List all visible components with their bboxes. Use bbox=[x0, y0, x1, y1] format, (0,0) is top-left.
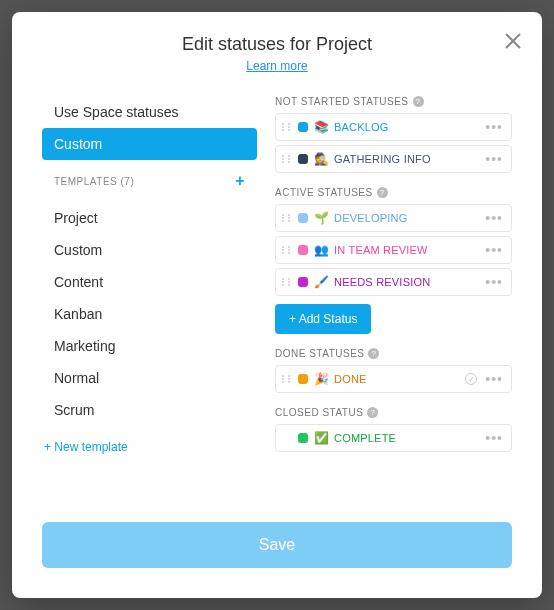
sidebar-item-template[interactable]: Project bbox=[42, 202, 257, 234]
status-name: DEVELOPING bbox=[334, 212, 483, 224]
status-emoji: 👥 bbox=[314, 243, 329, 257]
more-options-icon[interactable]: ••• bbox=[483, 155, 505, 163]
status-color-swatch[interactable] bbox=[298, 213, 308, 223]
status-row[interactable]: 🕵️GATHERING INFO••• bbox=[275, 145, 512, 173]
status-row[interactable]: 👥IN TEAM REVIEW••• bbox=[275, 236, 512, 264]
status-row[interactable]: 🌱DEVELOPING••• bbox=[275, 204, 512, 232]
sidebar-item-label: Project bbox=[54, 210, 98, 226]
sidebar-item-template[interactable]: Marketing bbox=[42, 330, 257, 362]
status-name: GATHERING INFO bbox=[334, 153, 483, 165]
status-editor: NOT STARTED STATUSES ? 📚BACKLOG•••🕵️GATH… bbox=[275, 96, 512, 500]
help-icon[interactable]: ? bbox=[368, 348, 379, 359]
sidebar-item-template[interactable]: Custom bbox=[42, 234, 257, 266]
more-options-icon[interactable]: ••• bbox=[483, 278, 505, 286]
status-emoji: 🕵️ bbox=[314, 152, 329, 166]
sidebar: Use Space statuses Custom TEMPLATES (7) … bbox=[42, 96, 257, 500]
status-color-swatch[interactable] bbox=[298, 245, 308, 255]
more-options-icon[interactable]: ••• bbox=[483, 123, 505, 131]
sidebar-item-label: Custom bbox=[54, 242, 102, 258]
add-status-button[interactable]: + Add Status bbox=[275, 304, 371, 334]
status-color-swatch[interactable] bbox=[298, 277, 308, 287]
add-template-icon[interactable]: + bbox=[235, 172, 245, 190]
status-name: COMPLETE bbox=[334, 432, 483, 444]
status-emoji: 🖌️ bbox=[314, 275, 329, 289]
drag-handle-icon[interactable] bbox=[282, 155, 292, 163]
status-emoji: 🎉 bbox=[314, 372, 329, 386]
sidebar-item-custom-active[interactable]: Custom bbox=[42, 128, 257, 160]
status-emoji: 📚 bbox=[314, 120, 329, 134]
status-row[interactable]: ✅COMPLETE••• bbox=[275, 424, 512, 452]
sidebar-item-use-space[interactable]: Use Space statuses bbox=[42, 96, 257, 128]
more-options-icon[interactable]: ••• bbox=[483, 246, 505, 254]
sidebar-item-label: Marketing bbox=[54, 338, 115, 354]
modal-footer: Save bbox=[12, 510, 542, 598]
sidebar-item-label: Custom bbox=[54, 136, 102, 152]
status-color-swatch[interactable] bbox=[298, 122, 308, 132]
sidebar-item-template[interactable]: Normal bbox=[42, 362, 257, 394]
checkmark-icon[interactable]: ✓ bbox=[465, 373, 477, 385]
drag-handle-icon[interactable] bbox=[282, 214, 292, 222]
status-color-swatch[interactable] bbox=[298, 374, 308, 384]
status-row[interactable]: 📚BACKLOG••• bbox=[275, 113, 512, 141]
edit-statuses-modal: Edit statuses for Project Learn more Use… bbox=[12, 12, 542, 598]
status-name: DONE bbox=[334, 373, 465, 385]
status-row[interactable]: 🖌️NEEDS REVISION••• bbox=[275, 268, 512, 296]
help-icon[interactable]: ? bbox=[367, 407, 378, 418]
sidebar-item-label: Normal bbox=[54, 370, 99, 386]
status-color-swatch[interactable] bbox=[298, 154, 308, 164]
sidebar-item-label: Scrum bbox=[54, 402, 94, 418]
save-button[interactable]: Save bbox=[42, 522, 512, 568]
section-label-done: DONE STATUSES ? bbox=[275, 348, 512, 359]
status-color-swatch[interactable] bbox=[298, 433, 308, 443]
section-label-not-started: NOT STARTED STATUSES ? bbox=[275, 96, 512, 107]
modal-header: Edit statuses for Project Learn more bbox=[12, 12, 542, 88]
templates-heading-label: TEMPLATES (7) bbox=[54, 176, 134, 187]
status-emoji: 🌱 bbox=[314, 211, 329, 225]
help-icon[interactable]: ? bbox=[377, 187, 388, 198]
drag-handle-icon[interactable] bbox=[282, 246, 292, 254]
sidebar-item-template[interactable]: Content bbox=[42, 266, 257, 298]
status-name: BACKLOG bbox=[334, 121, 483, 133]
sidebar-item-label: Content bbox=[54, 274, 103, 290]
drag-handle-icon[interactable] bbox=[282, 375, 292, 383]
sidebar-item-template[interactable]: Scrum bbox=[42, 394, 257, 426]
new-template-link[interactable]: + New template bbox=[42, 426, 257, 454]
close-icon[interactable] bbox=[504, 32, 522, 50]
modal-title: Edit statuses for Project bbox=[32, 34, 522, 55]
drag-handle-icon[interactable] bbox=[282, 123, 292, 131]
section-label-closed: CLOSED STATUS ? bbox=[275, 407, 512, 418]
drag-handle-icon[interactable] bbox=[282, 278, 292, 286]
sidebar-item-template[interactable]: Kanban bbox=[42, 298, 257, 330]
templates-heading: TEMPLATES (7) + bbox=[42, 160, 257, 202]
more-options-icon[interactable]: ••• bbox=[483, 214, 505, 222]
status-row[interactable]: 🎉DONE✓••• bbox=[275, 365, 512, 393]
sidebar-item-label: Kanban bbox=[54, 306, 102, 322]
more-options-icon[interactable]: ••• bbox=[483, 434, 505, 442]
status-emoji: ✅ bbox=[314, 431, 329, 445]
sidebar-item-label: Use Space statuses bbox=[54, 104, 179, 120]
more-options-icon[interactable]: ••• bbox=[483, 375, 505, 383]
status-name: IN TEAM REVIEW bbox=[334, 244, 483, 256]
status-name: NEEDS REVISION bbox=[334, 276, 483, 288]
help-icon[interactable]: ? bbox=[413, 96, 424, 107]
learn-more-link[interactable]: Learn more bbox=[246, 59, 307, 73]
section-label-active: ACTIVE STATUSES ? bbox=[275, 187, 512, 198]
